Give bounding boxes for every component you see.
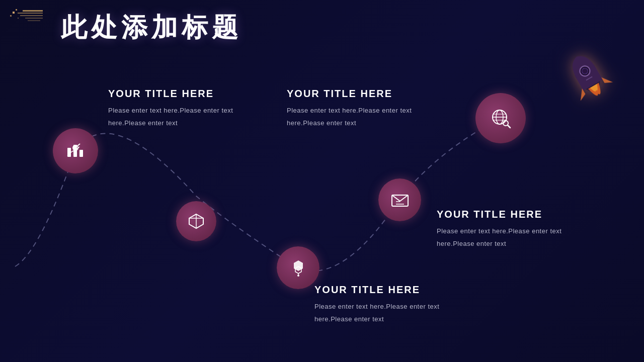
- circle-1: [53, 128, 98, 173]
- block-1-title: YOUR TITLE HERE: [108, 88, 249, 100]
- content-block-3: YOUR TITLE HERE Please enter text here.P…: [314, 284, 455, 325]
- block-4-text: Please enter text here.Please enter text…: [437, 225, 568, 250]
- circle-5: [475, 93, 526, 143]
- svg-point-19: [297, 275, 299, 277]
- block-4-title: YOUR TITLE HERE: [437, 209, 583, 220]
- block-2-title: YOUR TITLE HERE: [287, 88, 433, 100]
- block-2-text: Please enter text here.Please enter text…: [287, 105, 418, 129]
- block-3-text: Please enter text here.Please enter text…: [314, 301, 445, 325]
- page-title: 此处添加标题: [61, 10, 242, 45]
- content-block-4: YOUR TITLE HERE Please enter text here.P…: [437, 209, 583, 250]
- rocket-icon: [556, 43, 627, 121]
- slide: 此处添加标题: [0, 0, 644, 362]
- svg-line-30: [508, 125, 510, 128]
- svg-rect-11: [79, 150, 83, 157]
- content-block-2: YOUR TITLE HERE Please enter text here.P…: [287, 88, 433, 129]
- block-1-text: Please enter text here.Please enter text…: [108, 105, 239, 129]
- circle-2: [176, 201, 216, 241]
- content-block-1: YOUR TITLE HERE Please enter text here.P…: [108, 88, 249, 129]
- block-3-title: YOUR TITLE HERE: [314, 284, 455, 296]
- circle-4: [378, 178, 421, 221]
- circle-3: [277, 246, 319, 289]
- svg-line-13: [77, 144, 80, 146]
- header: 此处添加标题: [10, 10, 242, 45]
